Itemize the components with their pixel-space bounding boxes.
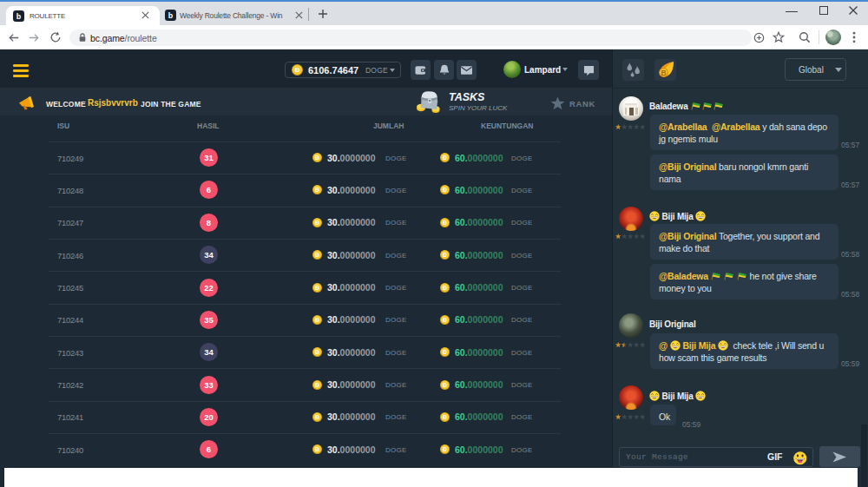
svg-text:Đ: Đ xyxy=(443,219,447,225)
svg-text:b: b xyxy=(168,11,174,20)
svg-text:Đ: Đ xyxy=(315,316,319,322)
svg-text:Đ: Đ xyxy=(295,66,300,74)
svg-text:Đ: Đ xyxy=(315,349,319,355)
svg-text:Đ: Đ xyxy=(443,187,447,193)
svg-text:Đ: Đ xyxy=(443,349,447,355)
svg-text:b: b xyxy=(16,12,22,21)
svg-text:Đ: Đ xyxy=(315,219,319,225)
svg-text:Đ: Đ xyxy=(443,413,447,419)
svg-text:Đ: Đ xyxy=(315,413,319,419)
svg-text:Đ: Đ xyxy=(443,381,447,387)
svg-text:Đ: Đ xyxy=(315,252,319,258)
svg-text:Đ: Đ xyxy=(443,446,447,452)
svg-text:Đ: Đ xyxy=(443,284,447,290)
svg-text:Đ: Đ xyxy=(315,446,319,452)
svg-text:Đ: Đ xyxy=(443,155,447,161)
svg-text:Đ: Đ xyxy=(443,316,447,322)
svg-text:Đ: Đ xyxy=(443,252,447,258)
svg-text:Đ: Đ xyxy=(315,284,319,290)
svg-text:Đ: Đ xyxy=(315,187,319,193)
svg-text:Đ: Đ xyxy=(315,381,319,387)
svg-text:B: B xyxy=(661,69,666,77)
svg-text:Đ: Đ xyxy=(315,155,319,161)
